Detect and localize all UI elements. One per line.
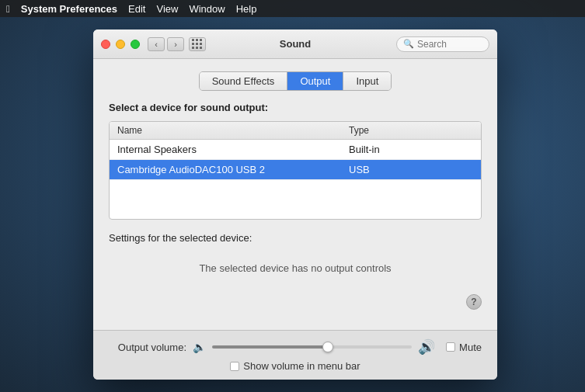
minimize-button[interactable]: [116, 40, 125, 49]
volume-row: Output volume: 🔈 🔊 Mute: [109, 338, 482, 356]
device-name-2: Cambridge AudioDAC100 USB 2: [117, 164, 349, 175]
search-input[interactable]: [417, 39, 479, 50]
navigation-buttons: ‹ ›: [148, 37, 184, 51]
grid-view-button[interactable]: [189, 37, 206, 51]
close-button[interactable]: [101, 40, 110, 49]
bottom-bar: Output volume: 🔈 🔊 Mute Show volume in m…: [93, 330, 497, 380]
col-name-header: Name: [117, 125, 349, 136]
tab-sound-effects[interactable]: Sound Effects: [200, 72, 288, 90]
settings-section: Settings for the selected device: The se…: [109, 232, 482, 286]
traffic-lights: [101, 40, 140, 49]
volume-low-icon: 🔈: [193, 341, 206, 353]
table-row[interactable]: Internal Speakers Built-in: [110, 140, 481, 160]
window-content: Sound Effects Output Input Select a devi…: [93, 59, 497, 330]
tab-group: Sound Effects Output Input: [199, 71, 392, 91]
device-name-1: Internal Speakers: [117, 144, 349, 155]
no-controls-text: The selected device has no output contro…: [109, 250, 482, 286]
volume-slider-thumb[interactable]: [322, 342, 333, 352]
maximize-button[interactable]: [131, 40, 140, 49]
section-label: Select a device for sound output:: [109, 102, 482, 113]
menu-edit[interactable]: Edit: [128, 3, 145, 15]
back-button[interactable]: ‹: [148, 37, 165, 51]
tab-output[interactable]: Output: [287, 72, 343, 90]
menu-view[interactable]: View: [156, 3, 178, 15]
device-type-1: Built-in: [349, 144, 473, 155]
show-volume-row: Show volume in menu bar: [109, 360, 482, 372]
mute-label: Mute: [459, 342, 482, 353]
menu-help[interactable]: Help: [236, 3, 257, 15]
volume-high-icon: 🔊: [418, 338, 435, 356]
grid-icon: [192, 39, 203, 50]
table-row-selected[interactable]: Cambridge AudioDAC100 USB 2 USB: [110, 160, 481, 180]
apple-menu[interactable]: : [6, 3, 10, 15]
forward-button[interactable]: ›: [167, 37, 184, 51]
show-volume-label: Show volume in menu bar: [243, 360, 360, 372]
settings-label: Settings for the selected device:: [109, 232, 482, 244]
tab-input[interactable]: Input: [343, 72, 391, 90]
menu-window[interactable]: Window: [189, 3, 225, 15]
titlebar: ‹ › Sound 🔍: [93, 29, 497, 59]
menubar:  System Preferences Edit View Window He…: [0, 0, 585, 17]
search-icon: 🔍: [403, 39, 414, 49]
show-volume-checkbox[interactable]: [230, 362, 239, 371]
help-button[interactable]: ?: [466, 294, 482, 310]
help-row: ?: [109, 294, 482, 310]
volume-slider[interactable]: [212, 345, 412, 349]
volume-label: Output volume:: [109, 342, 186, 353]
mute-checkbox[interactable]: [446, 342, 455, 352]
col-type-header: Type: [349, 125, 473, 136]
tabs-row: Sound Effects Output Input: [109, 71, 482, 91]
window-title: Sound: [280, 38, 311, 50]
device-table: Name Type Internal Speakers Built-in Cam…: [109, 121, 482, 220]
search-box[interactable]: 🔍: [396, 36, 489, 52]
table-empty-space: [110, 180, 481, 219]
menu-system-preferences[interactable]: System Preferences: [21, 3, 117, 15]
sound-preferences-window: ‹ › Sound 🔍 Sound Effects Output Input: [93, 29, 497, 380]
device-type-2: USB: [349, 164, 473, 175]
table-header: Name Type: [110, 122, 481, 140]
